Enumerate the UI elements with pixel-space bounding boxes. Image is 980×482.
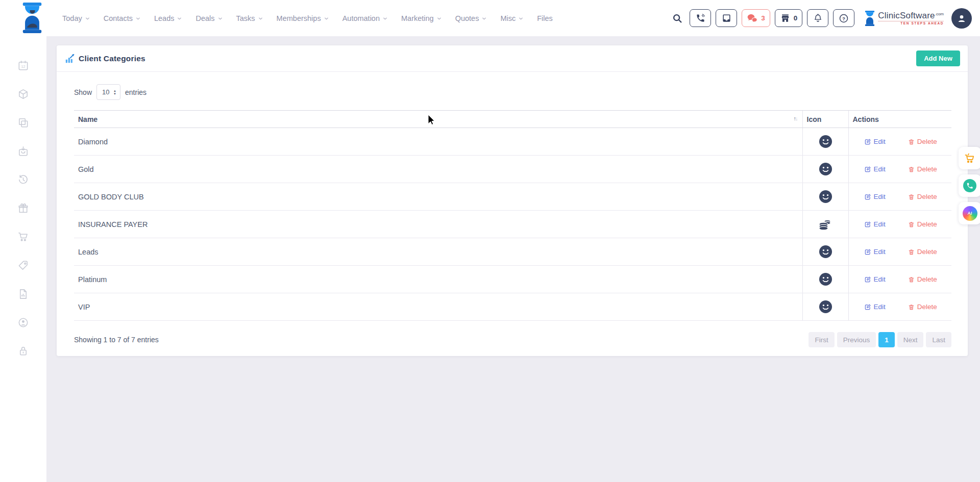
nav-item-deals[interactable]: Deals	[195, 14, 222, 22]
category-name: Gold	[74, 156, 802, 183]
delete-link[interactable]: Delete	[908, 303, 937, 311]
chevron-down-icon	[258, 16, 263, 21]
help-button[interactable]: ?	[833, 9, 854, 27]
brand-hourglass-icon	[864, 11, 875, 26]
trash-icon	[908, 138, 915, 145]
calendar-icon[interactable]: 12	[17, 60, 29, 71]
nav-item-files[interactable]: Files	[537, 14, 553, 22]
pagination-last[interactable]: Last	[926, 332, 951, 347]
edit-link[interactable]: Edit	[864, 138, 886, 145]
column-header-actions: Actions	[848, 111, 951, 128]
delete-link[interactable]: Delete	[908, 138, 937, 145]
entries-value: 10	[102, 88, 109, 96]
nav-item-today[interactable]: Today	[62, 14, 90, 22]
pagination-first[interactable]: First	[808, 332, 834, 347]
trash-icon	[908, 276, 915, 283]
edit-link[interactable]: Edit	[864, 220, 886, 228]
nav-item-marketing[interactable]: Marketing	[401, 14, 442, 22]
ai-float-button[interactable]: AI	[959, 202, 980, 224]
table-row: INSURANCE PAYER E	[74, 211, 951, 238]
nav-item-tasks[interactable]: Tasks	[236, 14, 263, 22]
delete-link[interactable]: Delete	[908, 275, 937, 283]
pagination-next[interactable]: Next	[897, 332, 924, 347]
cart-float-button[interactable]	[959, 147, 980, 169]
table-row: GOLD BODY CLUB Edit	[74, 183, 951, 211]
search-icon[interactable]	[670, 13, 685, 24]
brand-tagline: TEN STEPS AHEAD	[878, 21, 944, 26]
gift-icon[interactable]	[17, 202, 29, 214]
nav-item-automation[interactable]: Automation	[342, 14, 387, 22]
page-title: Client Categories	[79, 54, 145, 63]
entries-select[interactable]: 10 ▲▼	[96, 84, 120, 100]
chat-icon	[747, 13, 758, 23]
edit-link[interactable]: Edit	[864, 165, 886, 173]
phone-icon	[696, 13, 705, 23]
notifications-button[interactable]	[807, 9, 828, 27]
bell-icon	[813, 13, 823, 23]
chart-icon	[65, 54, 75, 63]
delete-link[interactable]: Delete	[908, 193, 937, 200]
table-row: VIP Edit	[74, 293, 951, 321]
edit-link[interactable]: Edit	[864, 193, 886, 200]
chevron-down-icon	[519, 16, 523, 21]
chat-button[interactable]: 3	[742, 9, 770, 27]
call-float-button[interactable]	[959, 174, 980, 197]
edit-link[interactable]: Edit	[864, 248, 886, 256]
lock-icon[interactable]	[17, 345, 29, 357]
chevron-down-icon	[85, 16, 90, 21]
nav-item-memberships[interactable]: Memberships	[277, 14, 329, 22]
phone-button[interactable]	[690, 9, 711, 27]
clinicsoftware-wordmark[interactable]: ClinicSoftware.com TEN STEPS AHEAD	[864, 11, 944, 26]
column-header-name[interactable]: Name ↑↓	[74, 111, 802, 128]
account-icon[interactable]	[17, 317, 29, 328]
edit-icon	[864, 276, 871, 283]
category-name: GOLD BODY CLUB	[74, 183, 802, 211]
user-avatar[interactable]	[951, 8, 972, 29]
stepper-arrows-icon: ▲▼	[113, 89, 116, 95]
svg-text:?: ?	[842, 16, 845, 21]
copy-icon[interactable]	[17, 117, 29, 129]
nav-item-contacts[interactable]: Contacts	[104, 14, 140, 22]
top-bar: Today Contacts Leads Deals Tasks Members…	[0, 0, 980, 36]
table-footer: Showing 1 to 7 of 7 entries FirstPreviou…	[74, 332, 951, 347]
help-icon: ?	[839, 13, 849, 23]
client-categories-card: Client Categories Add New Show 10 ▲▼ ent…	[57, 45, 968, 356]
category-name: Platinum	[74, 266, 802, 293]
edit-icon	[864, 166, 871, 173]
report-icon[interactable]	[17, 288, 29, 300]
brand-tld: .com	[935, 11, 944, 16]
delete-link[interactable]: Delete	[908, 248, 937, 256]
edit-link[interactable]: Edit	[864, 275, 886, 283]
category-name: INSURANCE PAYER	[74, 211, 802, 238]
store-button[interactable]: 0	[775, 9, 803, 27]
edit-icon	[864, 221, 871, 228]
table-header-row: Name ↑↓ Icon Actions	[74, 111, 951, 128]
client-categories-table: Name ↑↓ Icon Actions Diamond	[74, 110, 951, 321]
inbox-icon	[722, 13, 731, 23]
cart-orange-icon	[963, 152, 976, 164]
delete-link[interactable]: Delete	[908, 165, 937, 173]
add-new-button[interactable]: Add New	[916, 50, 960, 66]
chevron-down-icon	[383, 16, 387, 21]
trash-icon	[908, 248, 915, 256]
delete-link[interactable]: Delete	[908, 220, 937, 228]
showing-entries-text: Showing 1 to 7 of 7 entries	[74, 336, 159, 344]
trash-icon	[908, 221, 915, 228]
nav-item-quotes[interactable]: Quotes	[455, 14, 487, 22]
nav-item-leads[interactable]: Leads	[154, 14, 182, 22]
history-icon[interactable]	[17, 174, 29, 186]
cart-icon[interactable]	[17, 231, 29, 243]
price-tag-icon[interactable]	[17, 260, 29, 271]
checkin-calendar-icon[interactable]	[17, 145, 29, 157]
clinicsoftware-logo-icon[interactable]	[19, 3, 45, 33]
pagination-previous[interactable]: Previous	[837, 332, 876, 347]
edit-icon	[864, 248, 871, 256]
chevron-down-icon	[136, 16, 140, 21]
ai-icon: AI	[963, 206, 977, 221]
pagination-1[interactable]: 1	[878, 332, 895, 347]
edit-link[interactable]: Edit	[864, 303, 886, 311]
nav-item-misc[interactable]: Misc	[500, 14, 523, 22]
floating-buttons: AI	[959, 147, 980, 224]
inbox-button[interactable]	[716, 9, 737, 27]
package-icon[interactable]	[17, 88, 29, 100]
